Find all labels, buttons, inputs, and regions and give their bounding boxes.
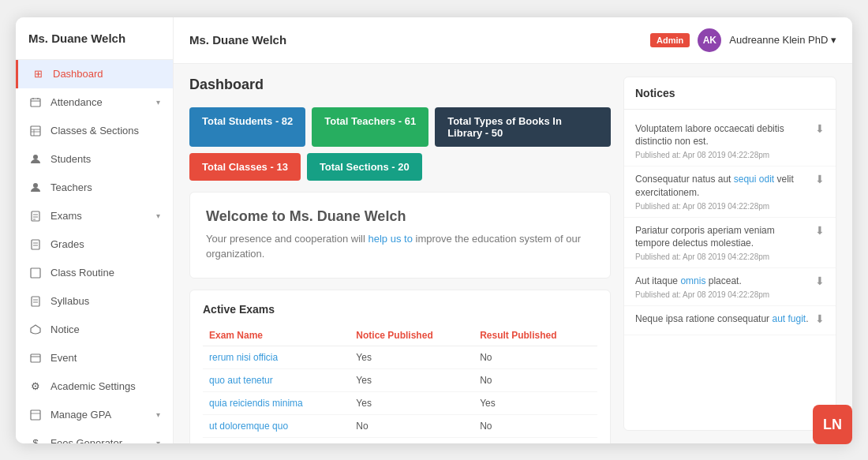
sidebar-item-label: Dashboard <box>53 68 160 80</box>
welcome-title: Welcome to Ms. Duane Welch <box>206 208 594 225</box>
stat-teachers[interactable]: Total Teachers - 61 <box>312 107 428 147</box>
sidebar-item-grades[interactable]: Grades <box>16 230 173 259</box>
sidebar-item-syllabus[interactable]: Syllabus <box>16 287 173 316</box>
stat-sections[interactable]: Total Sections - 20 <box>307 153 422 181</box>
result-published-cell: Yes <box>473 437 597 443</box>
result-published-cell: No <box>473 346 597 368</box>
col-result-published: Result Published <box>473 325 597 346</box>
download-icon[interactable]: ⬇ <box>815 275 825 287</box>
exam-name-link[interactable]: rerum nisi officia <box>209 352 278 363</box>
sidebar-item-students[interactable]: Students <box>16 145 173 174</box>
notice-text: Voluptatem labore occaecati debitis dist… <box>635 122 809 149</box>
notice-date: Published at: Apr 08 2019 04:22:28pm <box>635 202 809 211</box>
sidebar-item-exams[interactable]: Exams ▾ <box>16 202 173 230</box>
chevron-down-icon: ▾ <box>156 211 160 220</box>
classes-icon <box>28 124 43 138</box>
exams-icon <box>28 209 43 223</box>
sidebar-item-label: Grades <box>51 238 160 250</box>
sidebar-item-label: Notice <box>51 323 160 335</box>
download-icon[interactable]: ⬇ <box>815 312 825 325</box>
sidebar-nav: ⊞ Dashboard Attendance ▾ Classes & Secti… <box>16 60 173 443</box>
notice-item: Consequatur natus aut sequi odit velit e… <box>624 166 836 218</box>
sidebar: Ms. Duane Welch ⊞ Dashboard Attendance ▾ <box>16 17 174 443</box>
sidebar-item-teachers[interactable]: Teachers <box>16 174 173 202</box>
table-row: quia reiciendis minima Yes Yes <box>203 391 597 414</box>
download-icon[interactable]: ⬇ <box>815 122 825 135</box>
class-routine-icon <box>28 266 43 280</box>
notice-text: Consequatur natus aut sequi odit velit e… <box>635 173 809 200</box>
exam-name-cell: quo aut tenetur <box>203 368 350 391</box>
sidebar-item-event[interactable]: Event <box>16 344 173 372</box>
notice-text: Aut itaque omnis placeat. <box>635 275 809 288</box>
svg-rect-0 <box>31 99 40 107</box>
notice-text: Neque ipsa ratione consequatur aut fugit… <box>635 312 809 326</box>
sidebar-item-class-routine[interactable]: Class Routine <box>16 259 173 287</box>
content-area: Ms. Duane Welch Admin AK Audreanne Klein… <box>174 17 852 443</box>
sidebar-logo: Ms. Duane Welch <box>16 17 173 60</box>
notice-link[interactable]: aut fugit <box>772 313 806 324</box>
result-published-cell: No <box>473 414 597 437</box>
notices-panel: Notices Voluptatem labore occaecati debi… <box>623 77 836 431</box>
exam-name-cell: ea eum velit <box>203 437 350 443</box>
teachers-icon <box>28 181 43 195</box>
sidebar-item-attendance[interactable]: Attendance ▾ <box>16 88 173 117</box>
active-exams-title: Active Exams <box>203 303 597 316</box>
exam-name-link[interactable]: ut doloremque quo <box>209 421 288 432</box>
exam-name-link[interactable]: quo aut tenetur <box>209 375 273 386</box>
table-row: ut doloremque quo No No <box>203 414 597 437</box>
welcome-text: Your presence and cooperation will help … <box>206 231 594 262</box>
sidebar-item-label: Students <box>51 153 160 165</box>
notice-date: Published at: Apr 08 2019 04:22:28pm <box>635 252 809 261</box>
left-column: Dashboard Total Students - 82 Total Teac… <box>189 77 611 431</box>
sidebar-item-notice[interactable]: Notice <box>16 316 173 344</box>
sidebar-item-classes-sections[interactable]: Classes & Sections <box>16 117 173 145</box>
download-icon[interactable]: ⬇ <box>815 224 825 237</box>
right-column: Notices Voluptatem labore occaecati debi… <box>623 77 836 431</box>
stat-students[interactable]: Total Students - 82 <box>189 107 305 147</box>
sidebar-item-label: Academic Settings <box>51 380 160 392</box>
notice-link[interactable]: sequi odit <box>734 174 774 185</box>
exam-name-link[interactable]: quia reiciendis minima <box>209 398 303 409</box>
sidebar-item-label: Exams <box>51 210 156 222</box>
welcome-link[interactable]: help us to <box>369 233 413 245</box>
svg-rect-17 <box>31 268 40 278</box>
notice-published-cell: No <box>350 414 473 437</box>
avatar: AK <box>698 28 721 52</box>
stats-row: Total Students - 82 Total Teachers - 61 … <box>189 107 611 181</box>
table-row: ea eum velit Yes Yes <box>203 437 597 443</box>
sidebar-item-label: Event <box>51 352 160 364</box>
syllabus-icon <box>28 294 43 309</box>
active-exams-card: Active Exams Exam Name Notice Published … <box>189 290 611 443</box>
welcome-card: Welcome to Ms. Duane Welch Your presence… <box>189 192 611 279</box>
svg-rect-23 <box>31 410 40 420</box>
notice-published-cell: Yes <box>350 391 473 414</box>
header-right: Admin AK Audreanne Klein PhD ▾ <box>650 28 836 52</box>
exam-name-cell: rerum nisi officia <box>203 346 350 368</box>
dashboard-heading: Dashboard <box>189 77 611 93</box>
sidebar-item-label: Manage GPA <box>51 409 156 421</box>
download-icon[interactable]: ⬇ <box>815 173 825 185</box>
stat-books[interactable]: Total Types of Books In Library - 50 <box>435 107 611 147</box>
sidebar-item-manage-gpa[interactable]: Manage GPA ▾ <box>16 401 173 429</box>
sidebar-item-academic-settings[interactable]: ⚙ Academic Settings <box>16 372 173 401</box>
header: Ms. Duane Welch Admin AK Audreanne Klein… <box>174 17 852 64</box>
notice-date: Published at: Apr 08 2019 04:22:28pm <box>635 290 809 299</box>
notices-title: Notices <box>624 77 836 110</box>
students-icon <box>28 152 43 166</box>
table-row: quo aut tenetur Yes No <box>203 368 597 391</box>
sidebar-item-fees-generator[interactable]: $ Fees Generator ▾ <box>16 429 173 443</box>
sidebar-item-label: Attendance <box>51 96 156 108</box>
sidebar-item-label: Class Routine <box>51 267 160 279</box>
sidebar-item-label: Classes & Sections <box>51 125 160 137</box>
exams-table: Exam Name Notice Published Result Publis… <box>203 325 597 443</box>
ln-badge[interactable]: LN <box>813 405 852 444</box>
notice-link[interactable]: omnis <box>680 275 705 286</box>
stat-classes[interactable]: Total Classes - 13 <box>189 153 301 181</box>
chevron-down-icon: ▾ <box>156 439 160 443</box>
svg-rect-14 <box>32 240 39 249</box>
attendance-icon <box>28 95 43 110</box>
col-notice-published: Notice Published <box>350 325 473 346</box>
notice-published-cell: Yes <box>350 368 473 391</box>
sidebar-item-dashboard[interactable]: ⊞ Dashboard <box>16 60 173 88</box>
result-published-cell: Yes <box>473 391 597 414</box>
